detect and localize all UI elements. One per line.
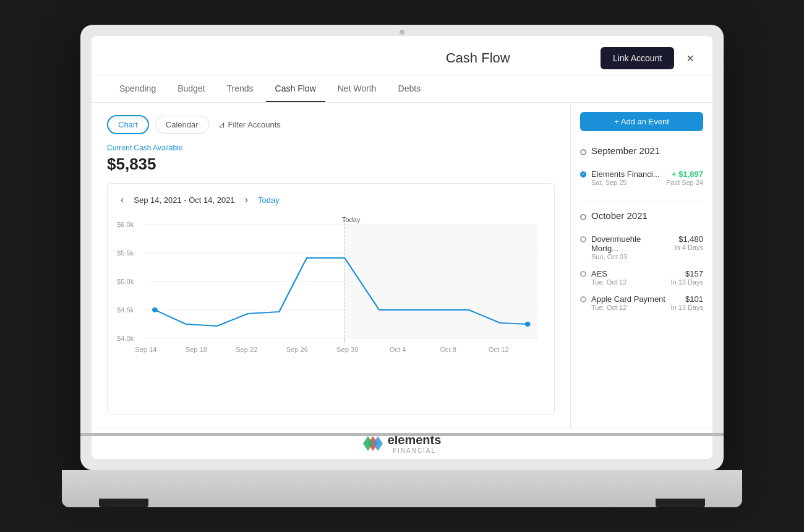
svg-text:$6.0k: $6.0k	[117, 221, 134, 228]
brand-financial: FINANCIAL	[388, 447, 442, 454]
svg-text:Oct 12: Oct 12	[489, 346, 509, 353]
event-circle-dovenmuehle	[580, 236, 586, 242]
laptop-foot-right	[656, 499, 705, 507]
svg-text:Sep 14: Sep 14	[135, 346, 156, 353]
paid-icon: ✓	[580, 171, 586, 178]
brand-footer: elements FINANCIAL	[92, 427, 712, 459]
laptop-hinge	[80, 433, 724, 436]
cash-available-label: Current Cash Available	[107, 144, 555, 152]
sub-tab-chart[interactable]: Chart	[107, 115, 149, 134]
event-sub-elements: Paid Sep 24	[666, 179, 703, 186]
event-name-aes: AES	[591, 269, 665, 278]
chart-svg: $6.0k $5.5k $5.0k $4.5k $4.0k	[117, 216, 545, 358]
brand-icon	[363, 435, 383, 452]
event-item-elements: ✓ Elements Financi... Sat, Sep 25 + $1,8…	[580, 169, 703, 186]
filter-icon: ⊿	[218, 120, 225, 129]
tab-trends[interactable]: Trends	[218, 76, 263, 102]
event-amount-col-apple: $101 In 13 Days	[670, 294, 703, 311]
prev-date-button[interactable]: ‹	[117, 193, 127, 207]
sub-tabs: Chart Calendar ⊿ Filter Accounts	[107, 115, 555, 134]
event-sub-aes: In 13 Days	[670, 278, 703, 286]
header-right: Link Account ×	[601, 47, 694, 69]
event-name-elements: Elements Financi...	[591, 169, 661, 179]
event-date-apple: Tue, Oct 12	[591, 304, 665, 311]
chart-container: ‹ Sep 14, 2021 - Oct 14, 2021 › Today $6…	[107, 183, 555, 415]
filter-accounts-button[interactable]: ⊿ Filter Accounts	[218, 120, 281, 129]
app-container: Cash Flow Link Account × Spending Budget…	[92, 36, 712, 459]
event-amount-dovenmuehle: $1,480	[678, 234, 703, 244]
section-header-october: October 2021	[580, 205, 703, 228]
close-icon[interactable]: ×	[686, 51, 694, 66]
tab-debts[interactable]: Debts	[389, 76, 430, 102]
right-panel: + Add an Event September 2021 ✓ Elements…	[570, 103, 712, 427]
section-header-september: September 2021	[580, 140, 703, 163]
event-name-apple: Apple Card Payment	[591, 294, 665, 304]
tab-cashflow[interactable]: Cash Flow	[266, 76, 325, 102]
tab-budget[interactable]: Budget	[168, 76, 214, 102]
event-info-aes: AES Tue, Oct 12	[591, 269, 665, 286]
next-date-button[interactable]: ›	[241, 193, 252, 207]
left-panel: Chart Calendar ⊿ Filter Accounts Current…	[92, 103, 570, 427]
svg-point-14	[525, 322, 531, 327]
event-amount-col-dovenmuehle: $1,480 In 4 Days	[675, 234, 703, 251]
event-name-dovenmuehle: Dovenmuehle Mortg...	[591, 234, 670, 253]
section-circle-october	[580, 214, 586, 220]
svg-text:Oct 8: Oct 8	[440, 346, 456, 353]
page-title: Cash Flow	[355, 50, 600, 66]
event-amount-apple: $101	[685, 294, 703, 304]
link-account-button[interactable]: Link Account	[601, 47, 674, 69]
chart-area: $6.0k $5.5k $5.0k $4.5k $4.0k	[117, 216, 545, 358]
laptop-screen: Cash Flow Link Account × Spending Budget…	[92, 36, 712, 459]
app-header: Cash Flow Link Account ×	[92, 36, 712, 76]
event-date-elements: Sat, Sep 25	[591, 179, 661, 186]
svg-text:Sep 30: Sep 30	[336, 346, 358, 353]
event-amount-col-aes: $157 In 13 Days	[670, 269, 703, 286]
svg-text:Sep 26: Sep 26	[286, 346, 308, 353]
event-sub-dovenmuehle: In 4 Days	[675, 244, 703, 251]
date-nav: ‹ Sep 14, 2021 - Oct 14, 2021 › Today	[117, 193, 545, 207]
svg-point-13	[152, 307, 158, 312]
event-amount-aes: $157	[685, 269, 703, 278]
svg-text:Oct 4: Oct 4	[390, 346, 406, 353]
laptop-notch	[400, 30, 404, 35]
event-sub-apple: In 13 Days	[670, 304, 703, 311]
svg-text:Today: Today	[342, 217, 361, 223]
date-range: Sep 14, 2021 - Oct 14, 2021	[134, 195, 234, 205]
event-date-dovenmuehle: Sun, Oct 03	[591, 253, 670, 260]
event-amount-col-elements: + $1,897 Paid Sep 24	[666, 169, 703, 186]
brand-text: elements FINANCIAL	[388, 433, 442, 454]
svg-rect-12	[344, 225, 538, 338]
event-item-apple: Apple Card Payment Tue, Oct 12 $101 In 1…	[580, 294, 703, 311]
laptop-base	[62, 470, 742, 507]
section-divider	[580, 200, 703, 200]
nav-tabs: Spending Budget Trends Cash Flow Net Wor…	[92, 76, 712, 103]
tab-spending[interactable]: Spending	[110, 76, 165, 102]
sub-tab-calendar[interactable]: Calendar	[155, 116, 209, 134]
today-button[interactable]: Today	[258, 195, 280, 205]
svg-marker-24	[363, 436, 373, 451]
event-info-elements: Elements Financi... Sat, Sep 25	[591, 169, 661, 186]
svg-text:Sep 18: Sep 18	[186, 346, 207, 353]
svg-text:$4.5k: $4.5k	[117, 307, 134, 314]
main-content: Chart Calendar ⊿ Filter Accounts Current…	[92, 103, 712, 427]
section-circle-september	[580, 149, 586, 155]
event-info-apple: Apple Card Payment Tue, Oct 12	[591, 294, 665, 311]
event-date-aes: Tue, Oct 12	[591, 278, 665, 286]
section-title-september: September 2021	[591, 145, 660, 156]
event-circle-apple	[580, 296, 586, 302]
tab-networth[interactable]: Net Worth	[328, 76, 386, 102]
svg-text:$5.0k: $5.0k	[117, 278, 134, 285]
svg-marker-25	[373, 436, 383, 451]
svg-text:$5.5k: $5.5k	[117, 250, 134, 257]
brand-logo: elements FINANCIAL	[363, 433, 442, 454]
laptop-wrapper: Cash Flow Link Account × Spending Budget…	[62, 25, 742, 507]
event-circle-aes	[580, 271, 586, 277]
add-event-button[interactable]: + Add an Event	[580, 112, 703, 131]
laptop-foot-left	[99, 499, 148, 507]
event-info-dovenmuehle: Dovenmuehle Mortg... Sun, Oct 03	[591, 234, 670, 260]
event-amount-elements: + $1,897	[672, 169, 703, 179]
cash-available-value: $5,835	[107, 155, 555, 174]
event-item-aes: AES Tue, Oct 12 $157 In 13 Days	[580, 269, 703, 286]
svg-text:Sep 22: Sep 22	[236, 346, 257, 353]
laptop-body: Cash Flow Link Account × Spending Budget…	[80, 25, 724, 470]
